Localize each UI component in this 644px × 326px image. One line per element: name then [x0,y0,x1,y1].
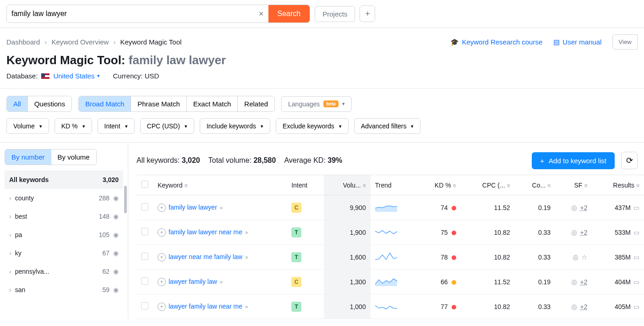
tab-exact-match[interactable]: Exact Match [186,96,238,111]
sidebar-item[interactable]: ›san 59◉ [5,281,123,299]
sidebar-item[interactable]: ›pa 105◉ [5,226,123,244]
sidebar-item-label: ky [15,249,22,257]
add-project-button[interactable]: + [360,6,375,22]
beta-badge: beta [323,100,338,107]
refresh-button[interactable]: ⟳ [621,152,638,169]
col-serp-features[interactable]: SF≡ [555,175,592,195]
add-keyword-icon[interactable]: + [158,278,166,286]
scrollbar[interactable] [124,186,127,213]
expand-icon[interactable]: » [245,254,248,260]
database-selector[interactable]: Database: United States ▾ [6,72,100,80]
user-manual-link[interactable]: ▤User manual [553,38,601,46]
row-checkbox[interactable] [141,302,148,309]
chevron-right-icon: › [9,194,11,202]
row-checkbox[interactable] [141,253,148,260]
serp-snapshot-icon[interactable]: ▭ [633,204,639,211]
sidebar-tab-by-volume[interactable]: By volume [51,149,96,165]
filter-cpc[interactable]: CPC (USD)▾ [140,118,194,134]
add-keyword-icon[interactable]: + [158,303,166,311]
view-button[interactable]: View [612,34,638,50]
page-title: Keyword Magic Tool: family law lawyer [6,53,638,67]
chevron-down-icon: ▾ [185,123,187,129]
sidebar-item-count: 62 [102,268,109,275]
sort-icon: ≡ [584,182,587,189]
cell-cpc: 10.82 [461,220,515,245]
tab-all[interactable]: All [7,96,27,111]
filter-include-keywords[interactable]: Include keywords▾ [200,118,270,134]
trend-sparkline [375,202,397,212]
eye-icon[interactable]: ◉ [113,286,119,293]
filter-kd[interactable]: KD %▾ [55,118,92,134]
col-results[interactable]: Results≡ [592,175,644,195]
tab-related[interactable]: Related [237,96,274,111]
filter-exclude-keywords[interactable]: Exclude keywords▾ [276,118,349,134]
keyword-link[interactable]: lawyer family law near me [169,303,242,310]
eye-icon[interactable]: ◉ [113,194,119,202]
select-all-checkbox[interactable] [141,181,148,188]
col-competition[interactable]: Co...≡ [515,175,556,195]
add-to-keyword-list-button[interactable]: +Add to keyword list [532,152,615,169]
row-checkbox[interactable] [141,277,148,285]
filter-volume[interactable]: Volume▾ [6,118,49,134]
clear-search-button[interactable]: × [254,9,268,19]
flag-us-icon [41,73,49,79]
row-checkbox[interactable] [141,228,148,235]
sf-more[interactable]: +2 [580,229,587,236]
filter-intent[interactable]: Intent▾ [98,118,135,134]
serp-snapshot-icon[interactable]: ▭ [633,229,639,236]
sf-more[interactable]: +2 [580,204,587,211]
tab-phrase-match[interactable]: Phrase Match [131,96,186,111]
cell-volume: 1,900 [324,220,371,245]
keyword-link[interactable]: lawyer near me family law [169,253,242,260]
search-input[interactable] [7,6,254,22]
row-checkbox[interactable] [141,203,148,210]
tab-group-match: Broad Match Phrase Match Exact Match Rel… [78,96,275,112]
col-intent[interactable]: Intent [287,175,323,195]
expand-icon[interactable]: » [220,204,223,211]
keyword-link[interactable]: lawyer family law [169,278,217,285]
intent-badge: T [291,302,301,312]
tab-questions[interactable]: Questions [27,96,72,111]
sidebar-item[interactable]: ›ky 67◉ [5,244,123,262]
col-cpc[interactable]: CPC (...≡ [461,175,515,195]
eye-icon[interactable]: ◉ [113,231,119,238]
sort-icon: ≡ [507,182,510,189]
sf-more[interactable]: +2 [580,303,587,310]
sidebar-item[interactable]: ›pennsylva... 62◉ [5,262,123,281]
sidebar-item-count: 59 [102,286,109,293]
col-kd[interactable]: KD %≡ [416,175,461,195]
add-keyword-icon[interactable]: + [158,228,166,237]
keyword-link[interactable]: family law lawyer near me [169,228,242,236]
breadcrumb-keyword-overview[interactable]: Keyword Overview [51,38,109,46]
keyword-link[interactable]: family law lawyer [169,204,217,211]
expand-icon[interactable]: » [245,229,248,236]
expand-icon[interactable]: » [245,304,248,310]
add-keyword-icon[interactable]: + [158,204,166,212]
sidebar-item[interactable]: ›county 288◉ [5,189,123,207]
sidebar-tab-by-number[interactable]: By number [5,149,51,165]
col-volume[interactable]: Volu...≡ [324,175,371,195]
eye-icon[interactable]: ◉ [113,249,119,257]
add-keyword-icon[interactable]: + [158,253,166,261]
search-button[interactable]: Search [268,5,310,22]
filter-advanced[interactable]: Advanced filters▾ [354,118,421,134]
serp-snapshot-icon[interactable]: ▭ [633,278,639,286]
expand-icon[interactable]: » [220,279,223,285]
cell-results: 404M▭ [592,270,644,294]
serp-snapshot-icon[interactable]: ▭ [633,254,639,261]
eye-icon[interactable]: ◉ [113,213,119,220]
languages-filter[interactable]: Languages beta ▾ [281,96,352,112]
serp-snapshot-icon[interactable]: ▭ [633,303,639,310]
cell-kd: 74 [416,195,461,220]
col-keyword[interactable]: Keyword≡ [153,175,287,195]
eye-icon[interactable]: ◉ [113,268,119,275]
cell-kd: 75 [416,220,461,245]
sidebar-item[interactable]: ›best 148◉ [5,207,123,226]
sidebar-all-keywords[interactable]: All keywords 3,020 [5,171,123,189]
keyword-research-course-link[interactable]: 🎓Keyword Research course [450,38,542,46]
tab-broad-match[interactable]: Broad Match [79,96,131,111]
breadcrumb-dashboard[interactable]: Dashboard [6,38,40,46]
projects-button[interactable]: Projects [315,6,355,22]
sf-more[interactable]: +2 [580,278,587,286]
chevron-right-icon: › [9,213,11,220]
